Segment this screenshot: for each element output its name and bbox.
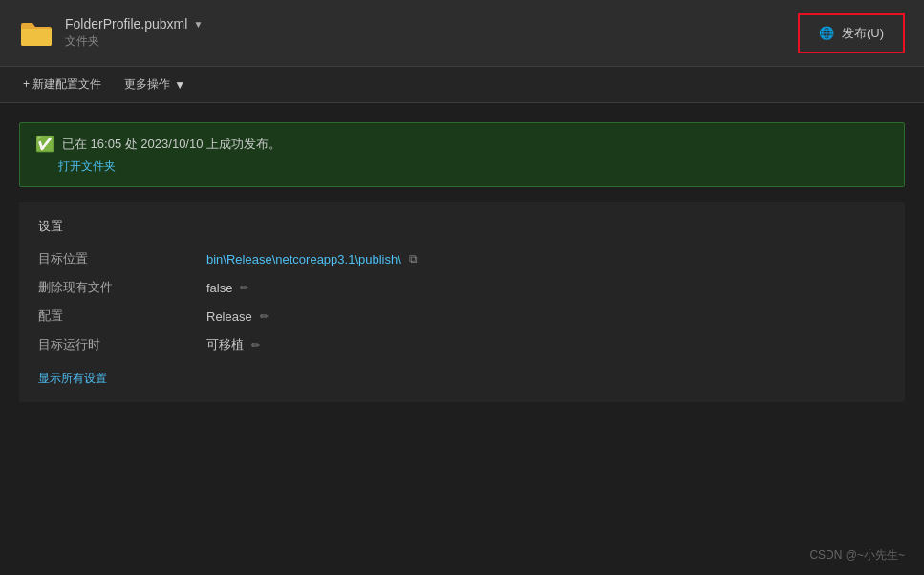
success-check-icon: ✅ [35, 135, 54, 153]
edit-config-icon[interactable]: ✏ [260, 310, 269, 323]
publish-icon: 🌐 [819, 26, 834, 40]
settings-panel: 设置 目标位置 bin\Release\netcoreapp3.1\publis… [19, 202, 905, 402]
publish-button-label: 发布(U) [842, 25, 884, 42]
new-config-button[interactable]: + 新建配置文件 [19, 75, 105, 95]
dropdown-arrow-icon: ▼ [193, 19, 203, 30]
target-location-link[interactable]: bin\Release\netcoreapp3.1\publish\ [206, 252, 401, 266]
setting-value-target-location: bin\Release\netcoreapp3.1\publish\ ⧉ [206, 250, 886, 267]
more-actions-button[interactable]: 更多操作 ▼ [120, 75, 189, 95]
header-bar: FolderProfile.pubxml ▼ 文件夹 🌐 发布(U) [0, 0, 924, 67]
folder-icon [19, 19, 54, 48]
setting-value-delete-files: false ✏ [206, 279, 886, 296]
toolbar: + 新建配置文件 更多操作 ▼ [0, 67, 924, 103]
success-notification: ✅ 已在 16:05 处 2023/10/10 上成功发布。 打开文件夹 [19, 122, 905, 187]
more-actions-arrow-icon: ▼ [174, 78, 185, 92]
show-all-settings-button[interactable]: 显示所有设置 [38, 371, 107, 387]
header-left: FolderProfile.pubxml ▼ 文件夹 [19, 16, 203, 50]
header-title-group: FolderProfile.pubxml ▼ 文件夹 [65, 16, 203, 50]
setting-value-target-runtime: 可移植 ✏ [206, 336, 886, 353]
success-message-text: 已在 16:05 处 2023/10/10 上成功发布。 [62, 136, 281, 153]
setting-label-delete-files: 删除现有文件 [38, 279, 191, 296]
settings-title: 设置 [38, 218, 886, 235]
file-type-label: 文件夹 [65, 33, 203, 50]
edit-delete-files-icon[interactable]: ✏ [240, 282, 248, 294]
filename-label: FolderProfile.pubxml [65, 16, 187, 32]
setting-label-target-location: 目标位置 [38, 250, 191, 267]
setting-value-config: Release ✏ [206, 308, 886, 325]
copy-icon[interactable]: ⧉ [409, 252, 418, 266]
new-config-label: + 新建配置文件 [23, 76, 101, 93]
success-message-row: ✅ 已在 16:05 处 2023/10/10 上成功发布。 [35, 135, 889, 153]
publish-button[interactable]: 🌐 发布(U) [798, 13, 905, 53]
edit-target-runtime-icon[interactable]: ✏ [251, 339, 260, 351]
file-title[interactable]: FolderProfile.pubxml ▼ [65, 16, 203, 32]
setting-label-config: 配置 [38, 308, 191, 325]
setting-label-target-runtime: 目标运行时 [38, 336, 191, 353]
open-folder-link[interactable]: 打开文件夹 [58, 159, 889, 175]
main-content: ✅ 已在 16:05 处 2023/10/10 上成功发布。 打开文件夹 设置 … [0, 103, 924, 575]
more-actions-label: 更多操作 [124, 76, 170, 93]
watermark: CSDN @~小先生~ [809, 547, 905, 564]
settings-grid: 目标位置 bin\Release\netcoreapp3.1\publish\ … [38, 250, 886, 353]
